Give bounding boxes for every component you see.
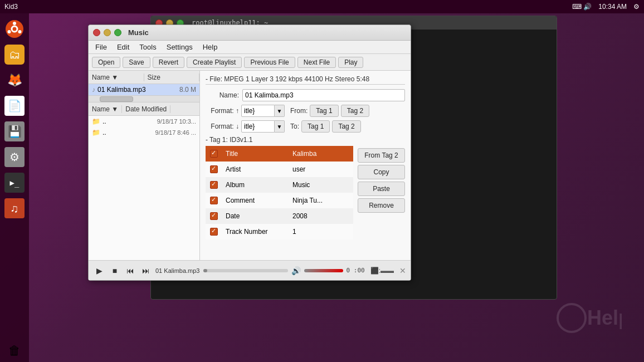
dock-terminal[interactable]: ▶_ bbox=[3, 172, 26, 194]
topbar-settings-icon[interactable]: ⚙ bbox=[633, 3, 640, 11]
save-button[interactable]: Save bbox=[123, 57, 150, 68]
menu-tools[interactable]: Tools bbox=[135, 42, 160, 52]
table-row[interactable]: Artist user bbox=[206, 162, 353, 177]
menu-file[interactable]: File bbox=[91, 42, 111, 52]
format-up-arrow[interactable]: ▼ bbox=[275, 105, 285, 117]
music-window-title: Music bbox=[128, 28, 149, 37]
time-display: 0 :00 bbox=[347, 267, 365, 274]
field-value-cell: Music bbox=[289, 177, 353, 193]
dock-music[interactable]: ♫ bbox=[3, 197, 26, 219]
table-row[interactable]: Track Number 1 bbox=[206, 224, 353, 239]
from-tag2-action-button[interactable]: From Tag 2 bbox=[358, 148, 405, 163]
music-min-btn[interactable] bbox=[104, 29, 111, 36]
lower-item-name: .. bbox=[103, 129, 106, 136]
section-tag1-text: - Tag 1: ID3v1.1 bbox=[206, 136, 253, 144]
previous-file-button[interactable]: Previous File bbox=[244, 57, 295, 68]
progress-fill bbox=[203, 269, 208, 272]
create-playlist-button[interactable]: Create Playlist bbox=[187, 57, 242, 68]
file-info: - File: MPEG 1 Layer 3 192 kbps 44100 Hz… bbox=[206, 74, 405, 85]
artist-checkbox[interactable] bbox=[210, 165, 218, 173]
tag-panel: - File: MPEG 1 Layer 3 192 kbps 44100 Hz… bbox=[200, 71, 411, 260]
open-button[interactable]: Open bbox=[92, 57, 120, 68]
checkbox-cell bbox=[206, 193, 222, 208]
field-name-cell: Comment bbox=[222, 193, 289, 208]
format-up-group: ▼ bbox=[241, 105, 285, 117]
checkbox-cell bbox=[206, 146, 222, 162]
volume-container bbox=[304, 269, 343, 272]
checkbox-cell bbox=[206, 208, 222, 224]
album-checkbox[interactable] bbox=[210, 181, 218, 189]
format-up-input[interactable] bbox=[241, 105, 275, 117]
from-tag1-button[interactable]: Tag 1 bbox=[310, 105, 338, 117]
lower-col-name: Name ▼ bbox=[89, 105, 122, 113]
dock-firefox[interactable]: 🦊 bbox=[3, 69, 26, 91]
lower-item-date: 9/18/17 10:3... bbox=[157, 118, 196, 125]
player-bar: ▶ ■ ⏮ ⏭ 01 Kalimba.mp3 🔊 0 :00 ⬛:▬▬ ✕ bbox=[89, 260, 411, 280]
play-pause-button[interactable]: ▶ bbox=[93, 265, 105, 277]
dock-disk[interactable]: 💾 bbox=[3, 120, 26, 143]
scroll-thumb[interactable] bbox=[100, 96, 133, 102]
field-value-cell: user bbox=[289, 162, 353, 177]
field-name-cell: Track Number bbox=[222, 224, 289, 239]
dock-files[interactable]: 🗂 bbox=[3, 43, 26, 66]
paste-action-button[interactable]: Paste bbox=[358, 182, 405, 196]
field-value-cell: Ninja Tu... bbox=[289, 193, 353, 208]
play-button[interactable]: Play bbox=[338, 57, 363, 68]
field-name-cell: Album bbox=[222, 177, 289, 193]
comment-checkbox[interactable] bbox=[210, 197, 218, 204]
folder-icon: 📁 bbox=[92, 129, 100, 136]
folder-icon: 📁 bbox=[92, 118, 100, 125]
tag-table-wrapper: Title Kalimba Artist bbox=[206, 146, 353, 243]
menu-help[interactable]: Help bbox=[198, 42, 222, 52]
to-tag2-button[interactable]: Tag 2 bbox=[332, 120, 360, 133]
lower-list-item[interactable]: 📁 .. 9/18/17 10:3... bbox=[89, 116, 199, 127]
table-row[interactable]: Date 2008 bbox=[206, 208, 353, 224]
stop-button[interactable]: ■ bbox=[109, 265, 121, 277]
dock-settings[interactable]: ⚙ bbox=[3, 146, 26, 168]
progress-bar[interactable] bbox=[203, 269, 288, 272]
menu-settings[interactable]: Settings bbox=[162, 42, 197, 52]
table-row[interactable]: Title Kalimba bbox=[206, 146, 353, 162]
dock-libreoffice[interactable]: 📄 bbox=[3, 95, 26, 117]
format-down-input[interactable] bbox=[241, 120, 275, 133]
dock-ubuntu[interactable] bbox=[3, 18, 26, 40]
format-down-group: ▼ bbox=[241, 120, 285, 133]
to-tag1-button[interactable]: Tag 1 bbox=[301, 120, 330, 133]
format-down-arrow[interactable]: ▼ bbox=[275, 120, 285, 133]
copy-action-button[interactable]: Copy bbox=[358, 165, 405, 179]
prev-track-button[interactable]: ⏮ bbox=[124, 265, 136, 277]
app-name: Kid3 bbox=[4, 3, 18, 11]
topbar-icons: ⌨ 🔊 bbox=[572, 3, 592, 11]
table-row[interactable]: Comment Ninja Tu... bbox=[206, 193, 353, 208]
remove-action-button[interactable]: Remove bbox=[358, 198, 405, 213]
checkbox-cell bbox=[206, 162, 222, 177]
music-close-btn[interactable] bbox=[93, 29, 100, 36]
name-input[interactable] bbox=[242, 89, 405, 101]
file-list-item[interactable]: ♪ 01 Kalimba.mp3 8.0 M bbox=[89, 84, 199, 95]
close-player-icon[interactable]: ✕ bbox=[399, 266, 406, 275]
menu-edit[interactable]: Edit bbox=[113, 42, 134, 52]
tag-table: Title Kalimba Artist bbox=[206, 146, 353, 239]
file-scrollbar[interactable] bbox=[89, 95, 199, 102]
menu-bar: File Edit Tools Settings Help bbox=[89, 41, 411, 54]
from-tag2-button[interactable]: Tag 2 bbox=[341, 105, 369, 117]
revert-button[interactable]: Revert bbox=[153, 57, 184, 68]
music-max-btn[interactable] bbox=[114, 29, 121, 36]
svg-point-5 bbox=[558, 304, 586, 332]
next-track-button[interactable]: ⏭ bbox=[140, 265, 152, 277]
format-down-row: Format: ↓ ▼ To: Tag 1 Tag 2 bbox=[206, 120, 405, 133]
lower-item-date: 9/18/17 8:46 ... bbox=[155, 129, 196, 136]
title-checkbox[interactable] bbox=[210, 150, 218, 158]
next-file-button[interactable]: Next File bbox=[297, 57, 336, 68]
field-value-cell: Kalimba bbox=[289, 146, 353, 162]
tracknumber-checkbox[interactable] bbox=[210, 228, 218, 236]
format-down-label: Format: ↓ bbox=[206, 123, 239, 130]
file-col-size: Size bbox=[144, 74, 200, 81]
dock-trash[interactable]: 🗑 bbox=[3, 340, 26, 362]
date-checkbox[interactable] bbox=[210, 212, 218, 220]
field-value-cell: 1 bbox=[289, 224, 353, 239]
table-row[interactable]: Album Music bbox=[206, 177, 353, 193]
volume-bar[interactable] bbox=[304, 269, 343, 272]
lower-list-item[interactable]: 📁 .. 9/18/17 8:46 ... bbox=[89, 127, 199, 138]
player-track-name: 01 Kalimba.mp3 bbox=[155, 267, 200, 274]
